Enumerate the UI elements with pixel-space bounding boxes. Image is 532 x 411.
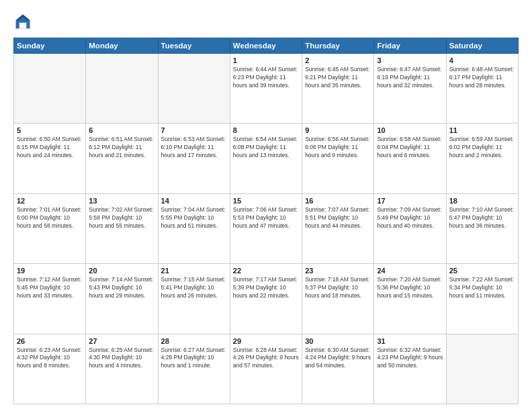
weekday-header-wednesday: Wednesday <box>230 38 302 54</box>
day-number: 16 <box>305 197 371 205</box>
day-info: Sunrise: 7:04 AM Sunset: 5:55 PM Dayligh… <box>161 206 227 230</box>
calendar-table: SundayMondayTuesdayWednesdayThursdayFrid… <box>13 38 519 404</box>
day-number: 10 <box>377 126 443 134</box>
calendar-cell: 16Sunrise: 7:07 AM Sunset: 5:51 PM Dayli… <box>302 193 374 263</box>
day-info: Sunrise: 7:22 AM Sunset: 5:34 PM Dayligh… <box>449 276 515 300</box>
calendar-cell: 13Sunrise: 7:02 AM Sunset: 5:58 PM Dayli… <box>86 193 158 263</box>
calendar-cell: 3Sunrise: 6:47 AM Sunset: 6:19 PM Daylig… <box>374 54 446 124</box>
day-info: Sunrise: 6:48 AM Sunset: 6:17 PM Dayligh… <box>449 66 515 90</box>
day-info: Sunrise: 6:51 AM Sunset: 6:12 PM Dayligh… <box>89 136 154 160</box>
calendar-cell <box>14 54 86 124</box>
calendar-cell: 24Sunrise: 7:20 AM Sunset: 5:36 PM Dayli… <box>374 264 446 334</box>
day-info: Sunrise: 7:02 AM Sunset: 5:58 PM Dayligh… <box>89 206 154 230</box>
day-number: 12 <box>17 197 83 205</box>
calendar-cell: 19Sunrise: 7:12 AM Sunset: 5:45 PM Dayli… <box>14 264 86 334</box>
day-number: 9 <box>305 126 371 134</box>
day-info: Sunrise: 6:23 AM Sunset: 4:32 PM Dayligh… <box>17 347 83 371</box>
day-info: Sunrise: 7:12 AM Sunset: 5:45 PM Dayligh… <box>17 276 83 300</box>
calendar-cell: 30Sunrise: 6:30 AM Sunset: 4:24 PM Dayli… <box>302 334 374 404</box>
day-info: Sunrise: 6:44 AM Sunset: 6:23 PM Dayligh… <box>233 66 299 90</box>
calendar-cell: 9Sunrise: 6:56 AM Sunset: 6:06 PM Daylig… <box>302 124 374 193</box>
logo <box>13 12 35 31</box>
weekday-header-friday: Friday <box>374 38 446 54</box>
day-info: Sunrise: 6:47 AM Sunset: 6:19 PM Dayligh… <box>377 66 443 90</box>
day-number: 26 <box>17 337 83 345</box>
weekday-header-row: SundayMondayTuesdayWednesdayThursdayFrid… <box>14 38 519 54</box>
svg-rect-2 <box>19 23 27 29</box>
day-number: 29 <box>233 337 299 345</box>
weekday-header-sunday: Sunday <box>14 38 86 54</box>
day-number: 5 <box>17 126 83 134</box>
day-number: 4 <box>449 56 515 64</box>
calendar-cell: 29Sunrise: 6:28 AM Sunset: 4:26 PM Dayli… <box>230 334 302 404</box>
day-info: Sunrise: 7:17 AM Sunset: 5:39 PM Dayligh… <box>233 276 299 300</box>
calendar-cell: 22Sunrise: 7:17 AM Sunset: 5:39 PM Dayli… <box>230 264 302 334</box>
day-number: 15 <box>233 197 299 205</box>
calendar-cell: 31Sunrise: 6:32 AM Sunset: 4:23 PM Dayli… <box>374 334 446 404</box>
day-info: Sunrise: 6:25 AM Sunset: 4:30 PM Dayligh… <box>89 347 154 371</box>
day-info: Sunrise: 6:54 AM Sunset: 6:08 PM Dayligh… <box>233 136 299 160</box>
day-info: Sunrise: 7:20 AM Sunset: 5:36 PM Dayligh… <box>377 276 443 300</box>
day-info: Sunrise: 7:14 AM Sunset: 5:43 PM Dayligh… <box>89 276 154 300</box>
calendar-cell: 1Sunrise: 6:44 AM Sunset: 6:23 PM Daylig… <box>230 54 302 124</box>
day-number: 25 <box>449 267 515 275</box>
calendar-cell: 11Sunrise: 6:59 AM Sunset: 6:02 PM Dayli… <box>446 124 518 193</box>
day-info: Sunrise: 7:10 AM Sunset: 5:47 PM Dayligh… <box>449 206 515 230</box>
calendar-week-row: 19Sunrise: 7:12 AM Sunset: 5:45 PM Dayli… <box>14 264 519 334</box>
day-info: Sunrise: 6:56 AM Sunset: 6:06 PM Dayligh… <box>305 136 371 160</box>
calendar-cell: 5Sunrise: 6:50 AM Sunset: 6:15 PM Daylig… <box>14 124 86 193</box>
day-info: Sunrise: 6:28 AM Sunset: 4:26 PM Dayligh… <box>233 347 299 371</box>
calendar-cell: 26Sunrise: 6:23 AM Sunset: 4:32 PM Dayli… <box>14 334 86 404</box>
day-info: Sunrise: 6:27 AM Sunset: 4:28 PM Dayligh… <box>161 347 227 371</box>
logo-icon <box>13 12 32 31</box>
day-info: Sunrise: 7:09 AM Sunset: 5:49 PM Dayligh… <box>377 206 443 230</box>
calendar-cell: 10Sunrise: 6:58 AM Sunset: 6:04 PM Dayli… <box>374 124 446 193</box>
calendar-week-row: 26Sunrise: 6:23 AM Sunset: 4:32 PM Dayli… <box>14 334 519 404</box>
day-info: Sunrise: 6:58 AM Sunset: 6:04 PM Dayligh… <box>377 136 443 160</box>
day-info: Sunrise: 6:30 AM Sunset: 4:24 PM Dayligh… <box>305 347 371 371</box>
day-number: 20 <box>89 267 154 275</box>
header <box>13 12 519 31</box>
calendar-cell: 28Sunrise: 6:27 AM Sunset: 4:28 PM Dayli… <box>158 334 230 404</box>
calendar-week-row: 12Sunrise: 7:01 AM Sunset: 6:00 PM Dayli… <box>14 193 519 263</box>
day-info: Sunrise: 7:15 AM Sunset: 5:41 PM Dayligh… <box>161 276 227 300</box>
day-number: 24 <box>377 267 443 275</box>
day-number: 31 <box>377 337 443 345</box>
day-number: 7 <box>161 126 227 134</box>
calendar-cell: 14Sunrise: 7:04 AM Sunset: 5:55 PM Dayli… <box>158 193 230 263</box>
day-number: 8 <box>233 126 299 134</box>
day-number: 1 <box>233 56 299 64</box>
calendar-cell: 8Sunrise: 6:54 AM Sunset: 6:08 PM Daylig… <box>230 124 302 193</box>
calendar-cell: 4Sunrise: 6:48 AM Sunset: 6:17 PM Daylig… <box>446 54 518 124</box>
day-info: Sunrise: 7:01 AM Sunset: 6:00 PM Dayligh… <box>17 206 83 230</box>
day-number: 14 <box>161 197 227 205</box>
day-info: Sunrise: 6:32 AM Sunset: 4:23 PM Dayligh… <box>377 347 443 371</box>
day-number: 18 <box>449 197 515 205</box>
calendar-cell: 17Sunrise: 7:09 AM Sunset: 5:49 PM Dayli… <box>374 193 446 263</box>
calendar-cell: 20Sunrise: 7:14 AM Sunset: 5:43 PM Dayli… <box>86 264 158 334</box>
calendar-cell: 7Sunrise: 6:53 AM Sunset: 6:10 PM Daylig… <box>158 124 230 193</box>
day-info: Sunrise: 6:45 AM Sunset: 6:21 PM Dayligh… <box>305 66 371 90</box>
day-number: 19 <box>17 267 83 275</box>
calendar-week-row: 1Sunrise: 6:44 AM Sunset: 6:23 PM Daylig… <box>14 54 519 124</box>
day-info: Sunrise: 7:18 AM Sunset: 5:37 PM Dayligh… <box>305 276 371 300</box>
weekday-header-thursday: Thursday <box>302 38 374 54</box>
day-info: Sunrise: 7:07 AM Sunset: 5:51 PM Dayligh… <box>305 206 371 230</box>
weekday-header-saturday: Saturday <box>446 38 518 54</box>
day-number: 6 <box>89 126 154 134</box>
day-number: 17 <box>377 197 443 205</box>
calendar-cell: 2Sunrise: 6:45 AM Sunset: 6:21 PM Daylig… <box>302 54 374 124</box>
day-number: 23 <box>305 267 371 275</box>
calendar-cell: 12Sunrise: 7:01 AM Sunset: 6:00 PM Dayli… <box>14 193 86 263</box>
calendar-cell: 18Sunrise: 7:10 AM Sunset: 5:47 PM Dayli… <box>446 193 518 263</box>
calendar-cell <box>158 54 230 124</box>
calendar-cell <box>86 54 158 124</box>
day-number: 30 <box>305 337 371 345</box>
page: SundayMondayTuesdayWednesdayThursdayFrid… <box>0 0 532 411</box>
calendar-cell: 21Sunrise: 7:15 AM Sunset: 5:41 PM Dayli… <box>158 264 230 334</box>
weekday-header-tuesday: Tuesday <box>158 38 230 54</box>
day-number: 11 <box>449 126 515 134</box>
calendar-cell: 27Sunrise: 6:25 AM Sunset: 4:30 PM Dayli… <box>86 334 158 404</box>
day-number: 27 <box>89 337 154 345</box>
calendar-cell: 15Sunrise: 7:06 AM Sunset: 5:53 PM Dayli… <box>230 193 302 263</box>
